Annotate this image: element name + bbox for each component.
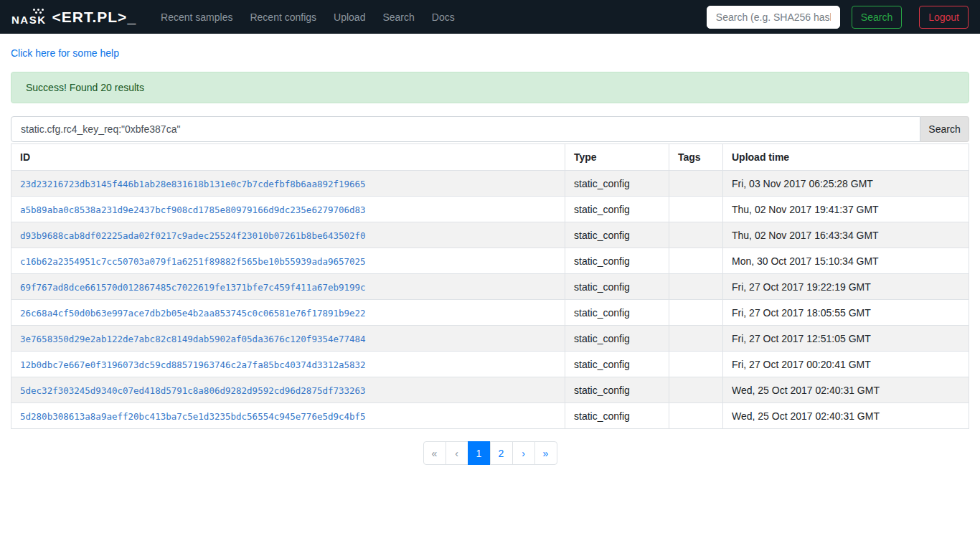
sample-type: static_config: [565, 197, 669, 222]
sample-id-link[interactable]: d93b9688cab8df02225ada02f0217c9adec25524…: [20, 230, 366, 241]
navbar-search-input[interactable]: [707, 6, 840, 29]
logout-button[interactable]: Logout: [919, 6, 969, 29]
table-row: 12b0dbc7e667e0f3196073dc59cd88571963746c…: [11, 352, 969, 377]
certpl-logo: <ERT.PL>_: [52, 9, 137, 24]
main-content: Click here for some help Success! Found …: [0, 34, 980, 465]
sample-upload-time: Fri, 27 Oct 2017 18:05:55 GMT: [723, 300, 969, 326]
nav-menu: Recent samplesRecent configsUploadSearch…: [152, 7, 463, 27]
sample-upload-time: Thu, 02 Nov 2017 19:41:37 GMT: [723, 197, 969, 222]
sample-tags: [669, 326, 723, 352]
table-row: 5dec32f303245d9340c07ed418d5791c8a806d92…: [11, 377, 969, 403]
sample-upload-time: Mon, 30 Oct 2017 15:10:34 GMT: [723, 248, 969, 274]
nav-item-search[interactable]: Search: [374, 7, 423, 27]
sample-type: static_config: [565, 222, 669, 248]
sample-type: static_config: [565, 300, 669, 326]
column-header-type: Type: [565, 144, 669, 171]
sample-type: static_config: [565, 377, 669, 403]
query-search-group: Search: [11, 116, 969, 142]
sample-tags: [669, 171, 723, 197]
sample-type: static_config: [565, 171, 669, 197]
brand-logo[interactable]: NASK <ERT.PL>_: [11, 9, 136, 25]
results-table-header: IDTypeTagsUpload time: [11, 144, 969, 171]
table-row: 26c68a4cf50d0b63e997ace7db2b05e4b2aa8537…: [11, 300, 969, 326]
sample-id-link[interactable]: 26c68a4cf50d0b63e997ace7db2b05e4b2aa8537…: [20, 308, 366, 319]
navbar: NASK <ERT.PL>_ Recent samplesRecent conf…: [0, 0, 980, 34]
help-link[interactable]: Click here for some help: [11, 47, 119, 59]
sample-tags: [669, 274, 723, 300]
sample-id-link[interactable]: 23d23216723db3145f446b1ab28e831618b131e0…: [20, 179, 366, 189]
table-row: a5b89aba0c8538a231d9e2437bcf908cd1785e80…: [11, 197, 969, 222]
sample-type: static_config: [565, 274, 669, 300]
sample-type: static_config: [565, 403, 669, 429]
table-row: d93b9688cab8df02225ada02f0217c9adec25524…: [11, 222, 969, 248]
table-row: 23d23216723db3145f446b1ab28e831618b131e0…: [11, 171, 969, 197]
column-header-upload-time: Upload time: [723, 144, 969, 171]
pagination-wrap: «‹12›»: [11, 441, 969, 465]
page-last[interactable]: »: [534, 441, 557, 465]
sample-upload-time: Thu, 02 Nov 2017 16:43:34 GMT: [723, 222, 969, 248]
page-next[interactable]: ›: [512, 441, 535, 465]
sample-id-link[interactable]: 5dec32f303245d9340c07ed418d5791c8a806d92…: [20, 385, 366, 396]
page-1[interactable]: 1: [468, 441, 491, 465]
sample-tags: [669, 403, 723, 429]
sample-id-link[interactable]: 5d280b308613a8a9aeff20bc413ba7c5e1d3235b…: [20, 411, 366, 422]
sample-id-link[interactable]: 12b0dbc7e667e0f3196073dc59cd88571963746c…: [20, 359, 366, 370]
nav-item-docs[interactable]: Docs: [423, 7, 463, 27]
sample-tags: [669, 300, 723, 326]
sample-tags: [669, 352, 723, 377]
page-2[interactable]: 2: [490, 441, 513, 465]
column-header-id: ID: [11, 144, 565, 171]
sample-id-link[interactable]: c16b62a2354951c7cc50703a079f1a6251f89882…: [20, 256, 366, 267]
sample-type: static_config: [565, 326, 669, 352]
sample-type: static_config: [565, 352, 669, 377]
navbar-right: Search Logout: [707, 6, 969, 29]
navbar-search-button[interactable]: Search: [852, 6, 902, 29]
sample-tags: [669, 248, 723, 274]
success-alert: Success! Found 20 results: [11, 72, 969, 103]
nav-item-recent-samples[interactable]: Recent samples: [152, 7, 241, 27]
pagination: «‹12›»: [423, 441, 557, 465]
sample-id-link[interactable]: 69f767ad8dce661570d012867485c7022619fe13…: [20, 282, 366, 293]
sample-tags: [669, 377, 723, 403]
sample-upload-time: Wed, 25 Oct 2017 02:40:31 GMT: [723, 377, 969, 403]
page-prev: ‹: [446, 441, 468, 465]
nask-logo: NASK: [11, 9, 47, 25]
sample-id-link[interactable]: a5b89aba0c8538a231d9e2437bcf908cd1785e80…: [20, 204, 366, 215]
sample-id-link[interactable]: 3e7658350d29e2ab122de7abc82c8149dab5902a…: [20, 334, 366, 344]
success-alert-text: Success! Found 20 results: [26, 82, 144, 93]
sample-upload-time: Fri, 27 Oct 2017 12:51:05 GMT: [723, 326, 969, 352]
table-row: 5d280b308613a8a9aeff20bc413ba7c5e1d3235b…: [11, 403, 969, 429]
sample-type: static_config: [565, 248, 669, 274]
column-header-tags: Tags: [669, 144, 723, 171]
sample-upload-time: Fri, 27 Oct 2017 19:22:19 GMT: [723, 274, 969, 300]
sample-tags: [669, 222, 723, 248]
sample-upload-time: Fri, 03 Nov 2017 06:25:28 GMT: [723, 171, 969, 197]
page-first: «: [423, 441, 446, 465]
sample-upload-time: Fri, 27 Oct 2017 00:20:41 GMT: [723, 352, 969, 377]
table-row: 3e7658350d29e2ab122de7abc82c8149dab5902a…: [11, 326, 969, 352]
sample-upload-time: Wed, 25 Oct 2017 02:40:31 GMT: [723, 403, 969, 429]
table-row: c16b62a2354951c7cc50703a079f1a6251f89882…: [11, 248, 969, 274]
table-row: 69f767ad8dce661570d012867485c7022619fe13…: [11, 274, 969, 300]
query-search-button[interactable]: Search: [920, 116, 969, 142]
query-input[interactable]: [11, 116, 920, 142]
nav-item-recent-configs[interactable]: Recent configs: [241, 7, 325, 27]
sample-tags: [669, 197, 723, 222]
results-table: IDTypeTagsUpload time 23d23216723db3145f…: [11, 143, 969, 429]
nav-item-upload[interactable]: Upload: [325, 7, 374, 27]
